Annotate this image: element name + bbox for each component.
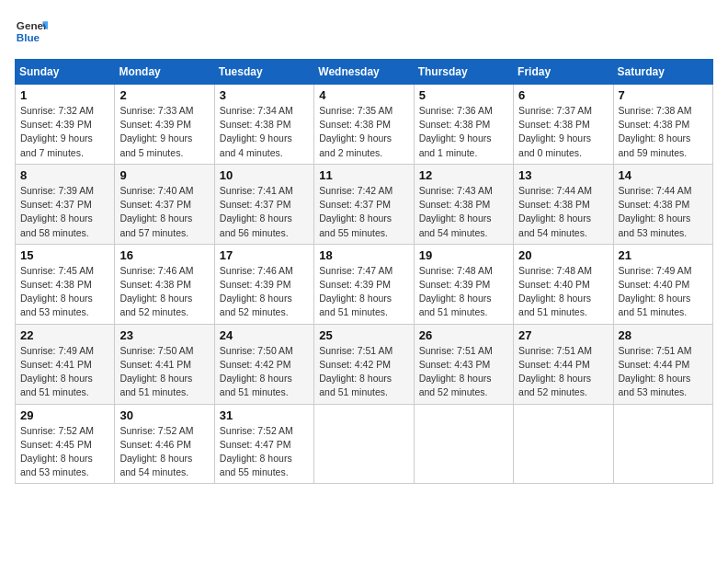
day-number: 22: [20, 328, 109, 342]
calendar-cell: 27Sunrise: 7:51 AM Sunset: 4:44 PM Dayli…: [514, 324, 613, 404]
day-info: Sunrise: 7:48 AM Sunset: 4:40 PM Dayligh…: [518, 264, 608, 320]
calendar-cell: 10Sunrise: 7:41 AM Sunset: 4:37 PM Dayli…: [214, 164, 313, 244]
day-info: Sunrise: 7:38 AM Sunset: 4:38 PM Dayligh…: [619, 104, 708, 160]
day-info: Sunrise: 7:32 AM Sunset: 4:39 PM Dayligh…: [20, 104, 109, 160]
calendar-cell: 25Sunrise: 7:51 AM Sunset: 4:42 PM Dayli…: [314, 324, 414, 404]
calendar-cell: 7Sunrise: 7:38 AM Sunset: 4:38 PM Daylig…: [613, 85, 712, 165]
calendar-cell: 24Sunrise: 7:50 AM Sunset: 4:42 PM Dayli…: [214, 324, 313, 404]
calendar-cell: 13Sunrise: 7:44 AM Sunset: 4:38 PM Dayli…: [514, 164, 613, 244]
svg-text:Blue: Blue: [17, 31, 40, 43]
calendar-week-4: 22Sunrise: 7:49 AM Sunset: 4:41 PM Dayli…: [16, 324, 713, 404]
day-number: 13: [518, 168, 608, 182]
calendar-cell: 28Sunrise: 7:51 AM Sunset: 4:44 PM Dayli…: [613, 324, 712, 404]
calendar-cell: 20Sunrise: 7:48 AM Sunset: 4:40 PM Dayli…: [514, 244, 613, 324]
day-info: Sunrise: 7:47 AM Sunset: 4:39 PM Dayligh…: [319, 264, 408, 320]
calendar-cell: 11Sunrise: 7:42 AM Sunset: 4:37 PM Dayli…: [314, 164, 414, 244]
day-info: Sunrise: 7:46 AM Sunset: 4:38 PM Dayligh…: [119, 264, 209, 320]
calendar-cell: 19Sunrise: 7:48 AM Sunset: 4:39 PM Dayli…: [414, 244, 513, 324]
day-number: 8: [20, 168, 109, 182]
day-info: Sunrise: 7:33 AM Sunset: 4:39 PM Dayligh…: [119, 104, 209, 160]
calendar-week-2: 8Sunrise: 7:39 AM Sunset: 4:37 PM Daylig…: [16, 164, 713, 244]
day-info: Sunrise: 7:51 AM Sunset: 4:44 PM Dayligh…: [619, 344, 708, 400]
col-header-saturday: Saturday: [613, 60, 712, 85]
day-info: Sunrise: 7:52 AM Sunset: 4:45 PM Dayligh…: [20, 424, 109, 480]
calendar-cell: 26Sunrise: 7:51 AM Sunset: 4:43 PM Dayli…: [414, 324, 513, 404]
day-info: Sunrise: 7:51 AM Sunset: 4:44 PM Dayligh…: [518, 344, 608, 400]
day-info: Sunrise: 7:37 AM Sunset: 4:38 PM Dayligh…: [518, 104, 608, 160]
day-number: 17: [220, 248, 309, 262]
col-header-tuesday: Tuesday: [214, 60, 313, 85]
calendar-cell: [414, 404, 513, 484]
calendar-cell: [514, 404, 613, 484]
calendar-cell: 17Sunrise: 7:46 AM Sunset: 4:39 PM Dayli…: [214, 244, 313, 324]
day-info: Sunrise: 7:36 AM Sunset: 4:38 PM Dayligh…: [419, 104, 508, 160]
day-number: 2: [119, 88, 209, 102]
day-number: 24: [220, 328, 309, 342]
day-info: Sunrise: 7:44 AM Sunset: 4:38 PM Dayligh…: [619, 184, 708, 240]
day-info: Sunrise: 7:42 AM Sunset: 4:37 PM Dayligh…: [319, 184, 408, 240]
calendar-table: SundayMondayTuesdayWednesdayThursdayFrid…: [15, 59, 713, 484]
logo-icon: General Blue: [15, 15, 48, 48]
col-header-monday: Monday: [115, 60, 214, 85]
day-info: Sunrise: 7:46 AM Sunset: 4:39 PM Dayligh…: [220, 264, 309, 320]
logo: General Blue: [15, 15, 48, 48]
calendar-cell: [314, 404, 414, 484]
day-info: Sunrise: 7:52 AM Sunset: 4:47 PM Dayligh…: [220, 424, 309, 480]
day-number: 3: [220, 88, 309, 102]
day-number: 12: [419, 168, 508, 182]
day-number: 26: [419, 328, 508, 342]
calendar-week-1: 1Sunrise: 7:32 AM Sunset: 4:39 PM Daylig…: [16, 85, 713, 165]
day-number: 21: [619, 248, 708, 262]
calendar-cell: 4Sunrise: 7:35 AM Sunset: 4:38 PM Daylig…: [314, 85, 414, 165]
day-number: 27: [518, 328, 608, 342]
day-number: 7: [619, 88, 708, 102]
day-number: 5: [419, 88, 508, 102]
calendar-cell: 16Sunrise: 7:46 AM Sunset: 4:38 PM Dayli…: [115, 244, 214, 324]
day-number: 4: [319, 88, 408, 102]
calendar-cell: 23Sunrise: 7:50 AM Sunset: 4:41 PM Dayli…: [115, 324, 214, 404]
calendar-week-3: 15Sunrise: 7:45 AM Sunset: 4:38 PM Dayli…: [16, 244, 713, 324]
day-number: 14: [619, 168, 708, 182]
calendar-cell: 9Sunrise: 7:40 AM Sunset: 4:37 PM Daylig…: [115, 164, 214, 244]
day-info: Sunrise: 7:41 AM Sunset: 4:37 PM Dayligh…: [220, 184, 309, 240]
day-info: Sunrise: 7:43 AM Sunset: 4:38 PM Dayligh…: [419, 184, 508, 240]
calendar-cell: 2Sunrise: 7:33 AM Sunset: 4:39 PM Daylig…: [115, 85, 214, 165]
calendar-cell: 8Sunrise: 7:39 AM Sunset: 4:37 PM Daylig…: [16, 164, 115, 244]
day-number: 16: [119, 248, 209, 262]
calendar-week-5: 29Sunrise: 7:52 AM Sunset: 4:45 PM Dayli…: [16, 404, 713, 484]
col-header-wednesday: Wednesday: [314, 60, 414, 85]
day-info: Sunrise: 7:48 AM Sunset: 4:39 PM Dayligh…: [419, 264, 508, 320]
calendar-cell: 3Sunrise: 7:34 AM Sunset: 4:38 PM Daylig…: [214, 85, 313, 165]
calendar-cell: 21Sunrise: 7:49 AM Sunset: 4:40 PM Dayli…: [613, 244, 712, 324]
day-number: 1: [20, 88, 109, 102]
calendar-cell: 5Sunrise: 7:36 AM Sunset: 4:38 PM Daylig…: [414, 85, 513, 165]
col-header-friday: Friday: [514, 60, 613, 85]
calendar-cell: 1Sunrise: 7:32 AM Sunset: 4:39 PM Daylig…: [16, 85, 115, 165]
calendar-cell: 29Sunrise: 7:52 AM Sunset: 4:45 PM Dayli…: [16, 404, 115, 484]
day-info: Sunrise: 7:52 AM Sunset: 4:46 PM Dayligh…: [119, 424, 209, 480]
col-header-sunday: Sunday: [16, 60, 115, 85]
day-number: 19: [419, 248, 508, 262]
day-number: 15: [20, 248, 109, 262]
day-info: Sunrise: 7:50 AM Sunset: 4:42 PM Dayligh…: [220, 344, 309, 400]
day-info: Sunrise: 7:44 AM Sunset: 4:38 PM Dayligh…: [518, 184, 608, 240]
calendar-cell: 12Sunrise: 7:43 AM Sunset: 4:38 PM Dayli…: [414, 164, 513, 244]
day-info: Sunrise: 7:34 AM Sunset: 4:38 PM Dayligh…: [220, 104, 309, 160]
day-number: 6: [518, 88, 608, 102]
calendar-cell: 15Sunrise: 7:45 AM Sunset: 4:38 PM Dayli…: [16, 244, 115, 324]
day-info: Sunrise: 7:51 AM Sunset: 4:42 PM Dayligh…: [319, 344, 408, 400]
day-number: 9: [119, 168, 209, 182]
calendar-cell: 18Sunrise: 7:47 AM Sunset: 4:39 PM Dayli…: [314, 244, 414, 324]
day-info: Sunrise: 7:49 AM Sunset: 4:40 PM Dayligh…: [619, 264, 708, 320]
calendar-cell: 22Sunrise: 7:49 AM Sunset: 4:41 PM Dayli…: [16, 324, 115, 404]
day-number: 11: [319, 168, 408, 182]
calendar-cell: 14Sunrise: 7:44 AM Sunset: 4:38 PM Dayli…: [613, 164, 712, 244]
day-number: 28: [619, 328, 708, 342]
day-info: Sunrise: 7:49 AM Sunset: 4:41 PM Dayligh…: [20, 344, 109, 400]
day-number: 25: [319, 328, 408, 342]
header: General Blue: [15, 15, 713, 48]
calendar-cell: [613, 404, 712, 484]
day-number: 18: [319, 248, 408, 262]
day-number: 23: [119, 328, 209, 342]
day-info: Sunrise: 7:40 AM Sunset: 4:37 PM Dayligh…: [119, 184, 209, 240]
